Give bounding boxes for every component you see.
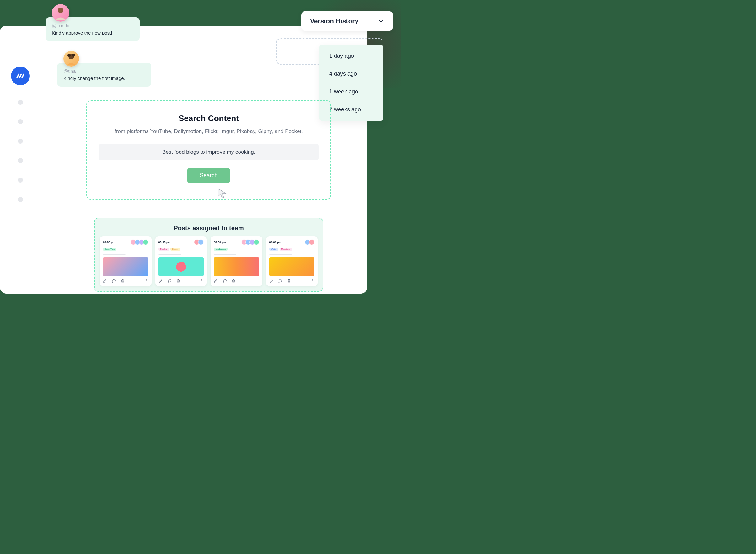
comment-username: @Lori hill [52,23,133,28]
post-assignees [196,239,204,245]
trash-icon[interactable] [287,279,291,283]
app-logo[interactable] [11,66,30,85]
search-title: Search Content [96,114,321,123]
nav-item-6[interactable] [18,197,23,202]
search-panel: Search Content from platforms YouTube, D… [86,100,331,200]
post-time: 08:15 pm [159,240,171,244]
post-tag: Landscapes [214,247,227,251]
svg-point-8 [201,280,202,281]
comment-card: @Lori hill Kindly approve the new post! [46,17,140,41]
version-title: Version History [310,17,359,25]
edit-icon[interactable] [103,279,107,283]
nav-item-2[interactable] [18,119,23,124]
comment-text: Kindly approve the new post! [52,30,133,36]
svg-point-7 [201,279,202,280]
comment-icon[interactable] [112,279,116,283]
edit-icon[interactable] [159,279,163,283]
post-assignees [132,239,149,245]
version-dropdown-toggle[interactable]: Version History [301,11,393,31]
comment-icon[interactable] [222,279,227,283]
cursor-icon [217,187,229,200]
svg-point-0 [58,7,63,13]
svg-point-15 [312,282,313,282]
post-tag: Winter [269,247,278,251]
svg-point-11 [257,280,257,281]
more-icon[interactable] [199,279,204,283]
version-item[interactable]: 1 week ago [319,83,383,101]
post-assignees [243,239,259,245]
version-item[interactable]: 1 day ago [319,47,383,65]
comment-card: @tina Kindly change the first image. [57,63,151,87]
trash-icon[interactable] [120,279,125,283]
trash-icon[interactable] [176,279,180,283]
post-assignees [306,239,315,245]
avatar [63,51,79,66]
post-thumbnail [159,257,204,276]
edit-icon[interactable] [214,279,218,283]
more-icon[interactable] [144,279,149,283]
svg-point-2 [67,54,71,57]
trash-icon[interactable] [231,279,236,283]
nav-item-4[interactable] [18,158,23,163]
sidebar [9,66,32,202]
logo-icon [15,71,25,81]
post-time: 08:30 pm [103,240,115,244]
search-input[interactable] [99,144,319,160]
more-icon[interactable] [255,279,259,283]
svg-point-10 [257,279,257,280]
nav-item-3[interactable] [18,138,23,144]
comment-icon[interactable] [278,279,282,283]
svg-point-14 [312,280,313,281]
post-thumbnail [269,257,315,276]
svg-point-5 [146,280,147,281]
post-tag: Sunset [170,247,180,251]
post-card[interactable]: 08:30 pm Landscapes [211,236,262,286]
post-tag: Mountains [280,247,292,251]
svg-point-9 [201,282,202,282]
post-card[interactable]: 09:00 pm Winter Mountains [266,236,318,286]
search-button[interactable]: Search [187,168,230,183]
posts-panel: Posts assigned to team 08:30 pm Green Vi… [94,218,323,292]
avatar [52,4,69,22]
post-tag: Roading [159,247,169,251]
posts-title: Posts assigned to team [100,225,318,232]
version-item[interactable]: 4 days ago [319,65,383,83]
svg-point-3 [72,54,75,57]
post-card[interactable]: 08:15 pm Roading Sunset [155,236,207,286]
post-time: 09:00 pm [269,240,281,244]
comment-username: @tina [63,68,145,74]
nav-item-1[interactable] [18,100,23,105]
post-card[interactable]: 08:30 pm Green View [100,236,152,286]
svg-point-13 [312,279,313,280]
svg-point-12 [257,282,257,282]
chevron-down-icon [378,18,384,24]
comment-icon[interactable] [167,279,172,283]
version-panel: Version History [301,11,393,31]
nav-item-5[interactable] [18,177,23,182]
post-time: 08:30 pm [214,240,226,244]
post-thumbnail [103,257,149,276]
more-icon[interactable] [310,279,315,283]
search-subtitle: from platforms YouTube, Dailymotion, Fli… [96,128,321,134]
edit-icon[interactable] [269,279,274,283]
svg-point-6 [146,282,147,282]
post-thumbnail [214,257,259,276]
svg-point-4 [146,279,147,280]
posts-grid: 08:30 pm Green View [100,236,318,286]
post-tag: Green View [103,247,116,251]
comment-text: Kindly change the first image. [63,75,145,81]
